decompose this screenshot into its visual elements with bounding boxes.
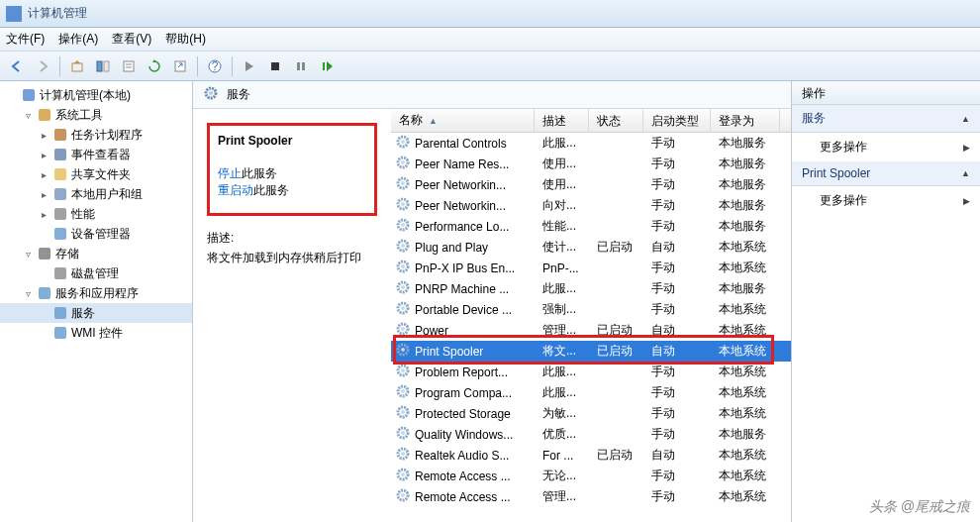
tree-item-本地用户和组[interactable]: ▸本地用户和组 — [0, 184, 192, 204]
service-row[interactable]: Peer Name Res...使用...手动本地服务 — [391, 154, 791, 174]
forward-button[interactable] — [32, 55, 53, 77]
gear-icon — [203, 85, 219, 104]
restart-button[interactable] — [316, 55, 338, 77]
cell-logon: 本地服务 — [711, 156, 780, 172]
svg-rect-12 — [323, 62, 325, 70]
tree-label: 事件查看器 — [71, 147, 131, 163]
service-row[interactable]: Remote Access ...无论...手动本地系统 — [391, 466, 791, 486]
desc-text: 将文件加载到内存供稍后打印 — [207, 250, 377, 266]
help-button[interactable]: ? — [204, 55, 226, 77]
menu-action[interactable]: 操作(A) — [58, 31, 98, 48]
tree-item-磁盘管理[interactable]: 磁盘管理 — [0, 263, 192, 283]
menu-view[interactable]: 查看(V) — [112, 31, 151, 48]
gear-icon — [395, 300, 411, 319]
service-row[interactable]: Problem Report...此服...手动本地系统 — [391, 362, 791, 382]
cell-name: Remote Access ... — [415, 490, 511, 504]
col-name[interactable]: 名称▲ — [391, 109, 535, 132]
clock-icon — [52, 127, 68, 143]
cell-name: Portable Device ... — [415, 303, 512, 317]
svg-rect-11 — [302, 62, 305, 70]
svg-point-41 — [401, 264, 405, 268]
middle-header: 服务 — [193, 81, 791, 109]
col-logon[interactable]: 登录为 — [711, 109, 780, 132]
stop-button[interactable] — [264, 55, 286, 77]
gear-icon — [395, 342, 411, 361]
actions-more-2[interactable]: 更多操作▶ — [792, 186, 980, 215]
cell-desc: 管理... — [535, 322, 589, 339]
cell-logon: 本地系统 — [711, 384, 780, 401]
tree-item-服务[interactable]: 服务 — [0, 303, 192, 323]
menu-file[interactable]: 文件(F) — [6, 31, 45, 48]
menu-help[interactable]: 帮助(H) — [165, 31, 206, 48]
svg-rect-18 — [54, 188, 66, 200]
tree-item-事件查看器[interactable]: ▸事件查看器 — [0, 145, 192, 164]
tree-item-计算机管理(本地)[interactable]: 计算机管理(本地) — [0, 85, 192, 105]
cell-startup: 手动 — [643, 468, 711, 484]
actions-more-1[interactable]: 更多操作▶ — [792, 133, 980, 161]
tree-item-性能[interactable]: ▸性能 — [0, 204, 192, 224]
service-row[interactable]: Quality Windows...优质...手动本地服务 — [391, 424, 791, 445]
cell-logon: 本地系统 — [711, 301, 780, 318]
service-row[interactable]: Realtek Audio S...For ...已启动自动本地系统 — [391, 445, 791, 466]
cell-startup: 手动 — [643, 426, 711, 443]
play-button[interactable] — [239, 55, 260, 77]
service-row[interactable]: Program Compa...此服...手动本地系统 — [391, 382, 791, 403]
service-list[interactable]: 名称▲ 描述 状态 启动类型 登录为 Parental Controls此服..… — [391, 109, 791, 522]
show-hide-button[interactable] — [92, 55, 114, 77]
up-button[interactable] — [66, 55, 88, 77]
tree-item-服务和应用程序[interactable]: ▿服务和应用程序 — [0, 283, 192, 303]
gear-icon — [395, 446, 411, 465]
service-row[interactable]: Peer Networkin...向对...手动本地服务 — [391, 195, 791, 216]
cell-startup: 手动 — [643, 280, 711, 297]
twisty-icon: ▸ — [38, 150, 49, 160]
tree-item-存储[interactable]: ▿存储 — [0, 244, 192, 263]
svg-rect-22 — [54, 267, 66, 279]
tree-item-任务计划程序[interactable]: ▸任务计划程序 — [0, 125, 192, 145]
refresh-button[interactable] — [144, 55, 165, 77]
tree-item-WMI 控件[interactable]: WMI 控件 — [0, 323, 192, 343]
service-row[interactable]: Peer Networkin...使用...手动本地服务 — [391, 174, 791, 195]
twisty-icon: ▸ — [38, 189, 49, 200]
col-start[interactable]: 启动类型 — [643, 109, 711, 132]
service-row[interactable]: Power管理...已启动自动本地系统 — [391, 320, 791, 341]
pause-button[interactable] — [290, 55, 312, 77]
service-row[interactable]: PNRP Machine ...此服...手动本地服务 — [391, 278, 791, 299]
restart-link[interactable]: 重启动 — [218, 183, 253, 197]
export-button[interactable] — [169, 55, 191, 77]
cell-desc: 使计... — [535, 239, 589, 256]
col-desc[interactable]: 描述 — [535, 109, 589, 132]
service-row[interactable]: Print Spooler将文...已启动自动本地系统 — [391, 341, 791, 362]
cell-startup: 手动 — [643, 405, 711, 422]
stop-link[interactable]: 停止 — [218, 166, 242, 180]
service-row[interactable]: Plug and Play使计...已启动自动本地系统 — [391, 237, 791, 258]
back-button[interactable] — [6, 55, 28, 77]
svg-point-27 — [209, 91, 213, 95]
svg-point-29 — [401, 140, 405, 144]
list-header[interactable]: 名称▲ 描述 状态 启动类型 登录为 — [391, 109, 791, 133]
cell-name: Peer Networkin... — [415, 178, 506, 192]
actions-section-services[interactable]: 服务▲ — [792, 105, 980, 133]
properties-button[interactable] — [118, 55, 140, 77]
chevron-right-icon: ▶ — [963, 143, 970, 153]
tree-pane[interactable]: 计算机管理(本地)▿系统工具▸任务计划程序▸事件查看器▸共享文件夹▸本地用户和组… — [0, 81, 193, 522]
svg-rect-16 — [54, 149, 66, 160]
service-row[interactable]: Remote Access ...管理...手动本地系统 — [391, 486, 791, 507]
svg-rect-14 — [39, 109, 50, 121]
service-row[interactable]: Portable Device ...强制...手动本地系统 — [391, 299, 791, 320]
svg-rect-13 — [23, 89, 35, 101]
svg-text:?: ? — [212, 59, 219, 73]
service-row[interactable]: Performance Lo...性能...手动本地服务 — [391, 216, 791, 237]
service-row[interactable]: Parental Controls此服...手动本地服务 — [391, 133, 791, 154]
gear-icon — [395, 279, 411, 298]
col-stat[interactable]: 状态 — [589, 109, 643, 132]
chevron-right-icon: ▶ — [963, 196, 970, 206]
tree-item-共享文件夹[interactable]: ▸共享文件夹 — [0, 164, 192, 184]
twisty-icon: ▸ — [38, 130, 49, 141]
cell-startup: 手动 — [643, 384, 711, 401]
tree-item-设备管理器[interactable]: 设备管理器 — [0, 224, 192, 244]
service-row[interactable]: Protected Storage为敏...手动本地系统 — [391, 403, 791, 424]
actions-section-selected[interactable]: Print Spooler▲ — [792, 161, 980, 186]
service-row[interactable]: PnP-X IP Bus En...PnP-...手动本地系统 — [391, 258, 791, 278]
tree-item-系统工具[interactable]: ▿系统工具 — [0, 105, 192, 125]
tree-label: 性能 — [71, 206, 95, 223]
